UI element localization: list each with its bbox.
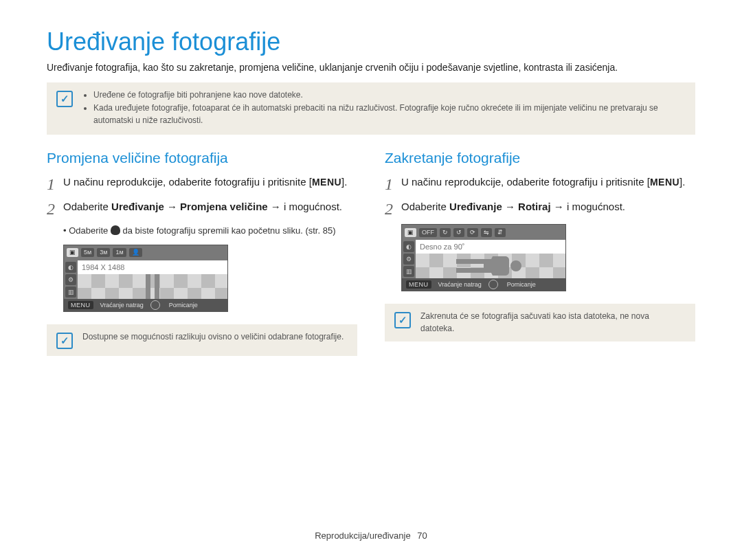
tool-icon: ▥ — [403, 266, 414, 277]
lcd-canvas — [416, 254, 565, 278]
rotate-right-icon: ↻ — [440, 228, 451, 237]
info-icon: ✓ — [56, 333, 73, 349]
lcd-top-bar: ▣ 5м 3м 1м 👤 — [64, 245, 227, 260]
page-number: 70 — [417, 530, 427, 541]
step-number: 2 — [47, 201, 63, 217]
left-note: ✓ Dostupne se mogućnosti razlikuju ovisn… — [47, 324, 357, 356]
rotate-off-icon: OFF — [419, 228, 437, 237]
startup-image-icon: 👤 — [129, 248, 142, 257]
bracket: ]. — [341, 176, 347, 188]
column-rotate: Zakretanje fotografije 1 U načinu reprod… — [385, 150, 695, 371]
tool-icon: ▥ — [65, 287, 76, 298]
footer-back-label: Vraćanje natrag — [100, 302, 144, 309]
footer-move-label: Pomicanje — [507, 281, 536, 288]
step-number: 2 — [385, 201, 401, 217]
lcd-readout: 1984 X 1488 — [78, 260, 227, 274]
size-chip: 1м — [113, 248, 126, 257]
lcd-canvas — [78, 274, 227, 299]
step-text: U načinu reprodukcije, odaberite fotogra… — [401, 176, 647, 188]
person-silhouette-rotated-icon — [460, 254, 521, 278]
info-icon: ✓ — [394, 312, 411, 328]
tool-icon: ◐ — [65, 262, 76, 273]
footer-move-label: Pomicanje — [169, 302, 198, 309]
size-chip: 3м — [97, 248, 110, 257]
menu-button-icon: MENU — [406, 280, 431, 289]
rotate-left-icon: ↺ — [453, 228, 464, 237]
lcd-footer: MENU Vraćanje natrag Pomicanje — [64, 299, 227, 311]
lcd-sidebar: ◐ ⚙ ▥ — [64, 260, 78, 299]
person-silhouette-icon — [138, 274, 167, 299]
menu-token: MENU — [312, 177, 341, 188]
footer-section: Reprodukcija/uređivanje — [315, 530, 410, 541]
bullet-text: da biste fotografiju spremili kao početn… — [123, 225, 336, 236]
note-text: Dostupne se mogućnosti razlikuju ovisno … — [82, 331, 344, 343]
nav-pad-icon — [150, 300, 160, 310]
section-heading: Promjena veličine fotografija — [47, 150, 357, 166]
tool-icon: ⚙ — [65, 274, 76, 285]
lcd-mock-resize: ▣ 5м 3м 1м 👤 ◐ ⚙ ▥ 1984 X 1488 — [63, 245, 228, 312]
sub-bullet: Odaberite da biste fotografiju spremili … — [63, 224, 357, 238]
rotate-180-icon: ⟳ — [467, 228, 478, 237]
lcd-footer: MENU Vraćanje natrag Pomicanje — [402, 278, 565, 291]
step-text: → i mogućnost. — [554, 201, 625, 212]
flip-icon: ⇋ — [481, 228, 492, 237]
bracket: ]. — [679, 176, 685, 188]
tool-icon: ⚙ — [403, 254, 414, 265]
nav-pad-icon — [488, 280, 498, 289]
step-1: 1 U načinu reprodukcije, odaberite fotog… — [47, 175, 357, 192]
lcd-mode-icon: ▣ — [405, 228, 416, 237]
tool-icon: ◐ — [403, 241, 414, 252]
size-chip: 5м — [81, 248, 94, 257]
note-item: Kada uređujete fotografije, fotoaparat ć… — [93, 102, 683, 126]
step-1: 1 U načinu reprodukcije, odaberite fotog… — [385, 175, 695, 192]
startup-image-icon — [111, 225, 120, 235]
page-title: Uređivanje fotografije — [47, 27, 695, 56]
lcd-readout: Desno za 90˚ — [416, 240, 565, 254]
step-number: 1 — [385, 176, 401, 192]
footer-back-label: Vraćanje natrag — [438, 281, 482, 288]
info-icon: ✓ — [56, 91, 73, 107]
menu-path: Uređivanje → Promjena veličine → — [111, 201, 281, 212]
bullet-text: Odaberite — [69, 225, 111, 236]
menu-path: Uređivanje → Rotiraj — [449, 201, 551, 212]
column-resize: Promjena veličine fotografija 1 U načinu… — [47, 150, 357, 371]
step-2: 2 Odaberite Uređivanje → Rotiraj → i mog… — [385, 199, 695, 217]
note-item: Uređene će fotografije biti pohranjene k… — [93, 89, 683, 101]
section-heading: Zakretanje fotografije — [385, 150, 695, 166]
step-text: Odaberite — [63, 201, 111, 212]
lcd-mode-icon: ▣ — [67, 248, 78, 257]
note-text: Zakrenuta će se fotografija sačuvati kao… — [420, 311, 683, 335]
menu-token: MENU — [650, 177, 679, 188]
lcd-sidebar: ◐ ⚙ ▥ — [402, 240, 416, 278]
menu-button-icon: MENU — [68, 301, 93, 309]
right-note: ✓ Zakrenuta će se fotografija sačuvati k… — [385, 304, 695, 341]
step-number: 1 — [47, 176, 63, 192]
intro-text: Uređivanje fotografija, kao što su zakre… — [47, 62, 695, 73]
step-text: U načinu reprodukcije, odaberite fotogra… — [63, 176, 309, 188]
flip-icon: ⇵ — [495, 228, 506, 237]
lcd-top-bar: ▣ OFF ↻ ↺ ⟳ ⇋ ⇵ — [402, 225, 565, 240]
lcd-mock-rotate: ▣ OFF ↻ ↺ ⟳ ⇋ ⇵ ◐ ⚙ ▥ Desno za 90˚ — [401, 224, 566, 291]
step-text: Odaberite — [401, 201, 449, 212]
top-note: ✓ Uređene će fotografije biti pohranjene… — [47, 82, 695, 135]
step-text: i mogućnost. — [284, 201, 342, 212]
page-footer: Reprodukcija/uređivanje 70 — [0, 530, 742, 541]
step-2: 2 Odaberite Uređivanje → Promjena veliči… — [47, 199, 357, 217]
